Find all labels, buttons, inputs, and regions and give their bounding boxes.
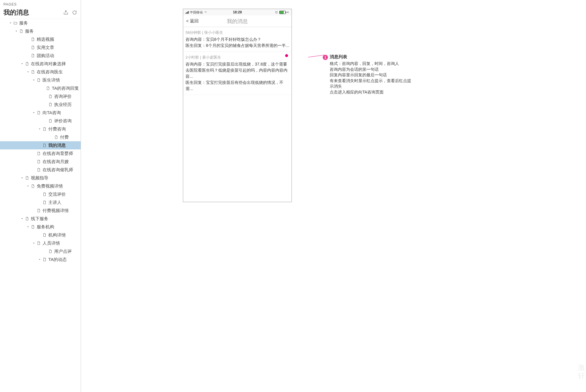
tree-item[interactable]: 团购活动 (0, 52, 81, 60)
page-icon (31, 184, 35, 188)
tree-item[interactable]: 付费 (0, 133, 81, 141)
tree-item[interactable]: TA的咨询回复 (0, 84, 81, 92)
tree-item[interactable]: TA的动态 (0, 255, 81, 264)
tree-item[interactable]: 咨询评价 (0, 92, 81, 100)
tree-label: 付费咨询 (48, 126, 66, 132)
tree-toggle[interactable] (15, 30, 18, 33)
tree-item[interactable]: 服务 (0, 19, 81, 27)
tree-item[interactable]: 向TA咨询 (0, 109, 81, 117)
tree-item[interactable]: 人员详情 (0, 239, 81, 247)
refresh-icon[interactable] (72, 10, 77, 15)
tree-item[interactable]: 服务机构 (0, 223, 81, 231)
tree-label: 在线咨询育婴师 (43, 151, 73, 156)
tree-label: 在线咨询医生 (37, 69, 63, 75)
back-button[interactable]: < 返回 (186, 18, 199, 24)
annotation-title: 消息列表 (330, 54, 411, 60)
share-icon[interactable] (63, 10, 68, 15)
page-icon (31, 70, 35, 74)
tree-item[interactable]: 用户点评 (0, 247, 81, 255)
tree-toggle[interactable] (20, 62, 24, 65)
tree-label: 实用文章 (37, 45, 54, 50)
page-icon (37, 78, 41, 82)
tree-toggle[interactable] (38, 128, 41, 130)
tree-item[interactable]: 在线咨询医生 (0, 68, 81, 76)
message-list: 58分钟前 | 张小小医生咨询内容：宝贝8个月不好好吃饭怎么办？医生回复：8个月… (183, 27, 292, 95)
message-item[interactable]: 2小时前 | 裴小皮医生咨询内容：宝贝打完疫苗后出现低烧，37.8度，这个需要去… (183, 52, 292, 95)
tree-item[interactable]: 交流评价 (0, 190, 81, 198)
tree-item[interactable]: 我的消息 (0, 141, 81, 149)
annotation-line: 点击进入相应的向TA咨询页面 (330, 89, 411, 95)
annotation-line: 有未查看消失时显示红点提示，查看后红点提示消失 (330, 78, 411, 89)
tree-label: 向TA咨询 (43, 110, 61, 116)
message-item[interactable]: 58分钟前 | 张小小医生咨询内容：宝贝8个月不好好吃饭怎么办？医生回复：8个月… (183, 27, 292, 52)
tree-item[interactable]: 服务 (0, 27, 81, 35)
tree-item[interactable]: 执业经历 (0, 100, 81, 109)
annotation-line: 回复内容显示回复的最后一句话 (330, 72, 411, 78)
page-tree[interactable]: 服务服务精选视频实用文章团购活动在线咨询对象选择在线咨询医生医生详情TA的咨询回… (0, 19, 81, 392)
tree-item[interactable]: 在线咨询催乳师 (0, 166, 81, 174)
page-icon (25, 217, 29, 221)
canvas: 中国移动 18:28 < 返回 我的消息 58分钟前 | 张小小医生咨询内容：宝… (81, 0, 586, 392)
tree-item[interactable]: 机构详情 (0, 231, 81, 239)
tree-item[interactable]: 医生详情 (0, 76, 81, 84)
tree-label: 服务机构 (37, 224, 54, 230)
tree-toggle[interactable] (20, 217, 24, 220)
folder-icon (13, 21, 17, 25)
tree-toggle[interactable] (32, 242, 36, 245)
annotation-marker: 1 (323, 55, 328, 60)
phone-mockup: 中国移动 18:28 < 返回 我的消息 58分钟前 | 张小小医生咨询内容：宝… (183, 9, 292, 202)
tree-toggle[interactable] (20, 176, 24, 179)
message-consult: 咨询内容：宝贝打完疫苗后出现低烧，37.8度，这个需要去医院看医生吗？低烧是疫苗… (186, 61, 289, 80)
tree-item[interactable]: 在线咨询对象选择 (0, 60, 81, 68)
message-meta: 58分钟前 | 张小小医生 (186, 30, 289, 35)
page-icon (25, 176, 29, 180)
tree-toggle[interactable] (26, 185, 30, 188)
tree-toggle[interactable] (32, 111, 36, 114)
charging-icon (287, 10, 289, 14)
page-title: 我的消息 (3, 8, 29, 17)
tree-item[interactable]: 视频指导 (0, 174, 81, 182)
annotation-body: 格式：咨询内容，回复，时间，咨询人咨询内容为会话的第一句话回复内容显示回复的最后… (330, 61, 411, 95)
page-icon (31, 45, 35, 50)
tree-toggle[interactable] (9, 22, 12, 24)
tree-item[interactable]: 精选视频 (0, 35, 81, 43)
tree-toggle[interactable] (32, 79, 36, 82)
tree-label: 人员详情 (43, 241, 60, 246)
pages-label: PAGES (3, 2, 77, 6)
page-icon (37, 151, 41, 156)
tree-item[interactable]: 在线咨询育婴师 (0, 149, 81, 158)
tree-item[interactable]: 评价咨询 (0, 117, 81, 125)
message-consult: 咨询内容：宝贝8个月不好好吃饭怎么办？ (186, 36, 289, 43)
tree-label: 免费视频详情 (37, 183, 63, 189)
page-icon (48, 94, 52, 98)
tree-label: 交流评价 (48, 192, 66, 197)
tree-label: 在线咨询催乳师 (43, 167, 73, 173)
tree-label: TA的动态 (48, 257, 67, 262)
tree-label: 线下服务 (31, 216, 48, 222)
tree-item[interactable]: 主讲人 (0, 198, 81, 206)
tree-label: 机构详情 (48, 232, 66, 238)
page-icon (31, 37, 35, 41)
page-icon (48, 249, 52, 253)
page-icon (31, 54, 35, 58)
battery-icon (279, 11, 286, 14)
tree-label: 精选视频 (37, 37, 54, 42)
tree-label: 在线咨询月嫂 (43, 159, 69, 165)
page-icon (37, 241, 41, 245)
tree-item[interactable]: 免费视频详情 (0, 182, 81, 190)
tree-item[interactable]: 线下服务 (0, 215, 81, 223)
tree-toggle[interactable] (26, 225, 30, 228)
page-icon (54, 135, 58, 139)
tree-item[interactable]: 付费咨询 (0, 125, 81, 133)
wifi-icon (204, 11, 207, 14)
tree-item[interactable]: 实用文章 (0, 43, 81, 52)
tree-item[interactable]: 在线咨询月嫂 (0, 158, 81, 166)
tree-toggle[interactable] (26, 70, 30, 73)
tree-item[interactable]: 付费视频详情 (0, 206, 81, 215)
tree-toggle[interactable] (38, 258, 41, 261)
tree-label: 用户点评 (54, 249, 72, 254)
page-icon (25, 62, 29, 66)
page-icon (37, 160, 41, 164)
page-icon (43, 127, 47, 131)
page-icon (46, 86, 50, 90)
